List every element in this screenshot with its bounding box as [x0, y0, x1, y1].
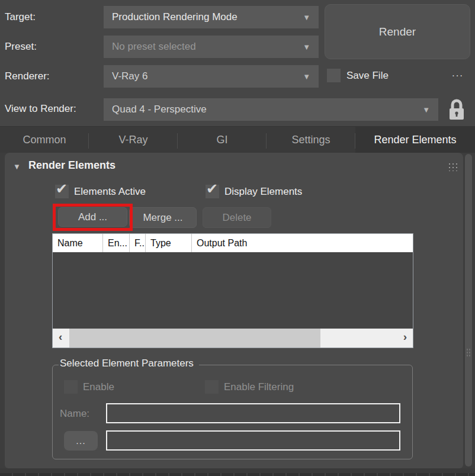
check-icon: ✔ [206, 181, 218, 197]
elements-active-label: Elements Active [74, 186, 146, 198]
display-elements-checkbox[interactable]: ✔ Display Elements [206, 185, 302, 198]
chevron-down-icon: ▼ [422, 105, 430, 114]
save-file-browse-button[interactable]: ... [448, 67, 468, 83]
selected-element-parameters-group: Selected Element Parameters Enable Enabl… [52, 365, 413, 459]
drag-handle-grid-icon[interactable] [448, 162, 460, 171]
chevron-down-icon: ▼ [303, 13, 310, 22]
renderer-value: V-Ray 6 [112, 70, 298, 82]
target-label: Target: [5, 11, 36, 23]
view-to-render-label: View to Render: [5, 103, 76, 115]
chevron-down-icon: ▼ [303, 72, 310, 81]
bottom-panel-edge [0, 468, 475, 476]
save-file-label: Save File [346, 70, 389, 82]
triangle-down-icon: ▼ [13, 162, 21, 171]
group-legend: Selected Element Parameters [59, 358, 199, 369]
tab-common[interactable]: Common [0, 127, 89, 153]
viewport-lock-button[interactable] [445, 98, 468, 121]
column-header-output-path[interactable]: Output Path [192, 234, 413, 252]
checkbox-checked-icon[interactable]: ✔ [55, 185, 69, 198]
column-header-type[interactable]: Type [146, 234, 192, 252]
rollout-title: Render Elements [28, 159, 115, 172]
renderer-dropdown[interactable]: V-Ray 6 ▼ [104, 65, 319, 88]
merge-button[interactable]: Merge ... [129, 207, 197, 228]
scroll-right-icon[interactable]: › [403, 330, 407, 343]
enable-label: Enable [83, 381, 114, 393]
scrollbar-grip-icon [466, 348, 471, 356]
delete-button[interactable]: Delete [203, 207, 271, 228]
preset-value: No preset selected [112, 41, 298, 53]
view-to-render-value: Quad 4 - Perspective [112, 104, 418, 115]
checkbox-unchecked-icon[interactable] [205, 380, 219, 394]
renderer-label: Renderer: [5, 70, 50, 82]
element-name-label: Name: [60, 408, 89, 420]
checkbox-unchecked-icon[interactable] [64, 380, 78, 394]
render-setup-dialog: Target: Preset: Renderer: View to Render… [0, 0, 475, 476]
bottom-ticks-decoration [0, 473, 475, 476]
checkbox-checked-icon[interactable]: ✔ [206, 185, 219, 198]
scrollbar-thumb[interactable] [69, 329, 320, 348]
enable-checkbox[interactable]: Enable [64, 380, 114, 394]
column-header-enabled[interactable]: En... [103, 234, 130, 252]
enable-filtering-checkbox[interactable]: Enable Filtering [205, 380, 294, 394]
column-header-filter[interactable]: F.. [130, 234, 146, 252]
rollout-header[interactable]: ▼ Render Elements [5, 157, 463, 175]
checkbox-unchecked-icon[interactable] [327, 69, 341, 82]
chevron-down-icon: ▼ [303, 43, 310, 52]
render-button-label: Render [379, 25, 416, 38]
vertical-scrollbar[interactable] [465, 154, 472, 467]
scroll-left-icon[interactable]: ‹ [59, 330, 62, 343]
lock-icon [447, 99, 466, 120]
tab-settings[interactable]: Settings [267, 127, 355, 153]
render-elements-table[interactable]: Name En... F.. Type Output Path ‹ › [52, 233, 413, 348]
render-button[interactable]: Render [325, 4, 470, 59]
output-path-browse-button[interactable]: ... [64, 431, 98, 451]
tab-vray[interactable]: V-Ray [89, 127, 178, 153]
check-icon: ✔ [56, 181, 68, 197]
render-elements-rollout: ▼ Render Elements ✔ Elements Active ✔ Di… [5, 153, 463, 468]
save-file-checkbox[interactable]: Save File [327, 69, 389, 82]
display-elements-label: Display Elements [224, 186, 302, 198]
element-name-input[interactable] [106, 403, 400, 423]
enable-filtering-label: Enable Filtering [224, 381, 294, 393]
preset-dropdown[interactable]: No preset selected ▼ [104, 36, 319, 58]
horizontal-scrollbar[interactable]: ‹ › [53, 329, 413, 348]
target-value: Production Rendering Mode [112, 11, 298, 23]
target-dropdown[interactable]: Production Rendering Mode ▼ [104, 6, 319, 28]
tab-gi[interactable]: GI [178, 127, 267, 153]
table-body-empty[interactable] [53, 252, 413, 329]
tab-render-elements[interactable]: Render Elements [355, 127, 475, 153]
render-setup-tabbar: Common V-Ray GI Settings Render Elements [0, 126, 475, 153]
output-path-input[interactable] [106, 430, 400, 451]
view-to-render-dropdown[interactable]: Quad 4 - Perspective ▼ [104, 98, 438, 121]
elements-active-checkbox[interactable]: ✔ Elements Active [55, 185, 146, 198]
preset-label: Preset: [5, 41, 37, 53]
table-header-row: Name En... F.. Type Output Path [53, 234, 413, 252]
red-highlight-annotation [53, 204, 133, 231]
column-header-name[interactable]: Name [53, 234, 103, 252]
